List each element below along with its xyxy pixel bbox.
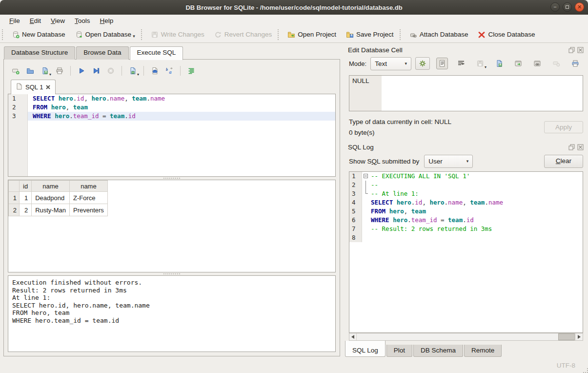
write-changes-button[interactable]: Write Changes bbox=[147, 29, 208, 41]
new-database-button[interactable]: New Database bbox=[8, 29, 69, 41]
close-panel-icon[interactable] bbox=[577, 46, 584, 54]
cell-value-editor[interactable]: NULL bbox=[349, 75, 583, 111]
print-small-button[interactable] bbox=[569, 58, 581, 69]
close-database-button[interactable]: Close Database bbox=[474, 29, 539, 41]
fold-margin[interactable] bbox=[362, 198, 370, 207]
editor-line[interactable]: 3WHERE hero.team_id = team.id bbox=[8, 112, 335, 121]
import-button[interactable]: ▾ bbox=[474, 58, 486, 69]
chevron-down-icon[interactable]: ▾ bbox=[49, 72, 51, 77]
open-project-button[interactable]: Open Project bbox=[284, 29, 340, 41]
dock-tab-sql-log[interactable]: SQL Log bbox=[345, 341, 385, 357]
scroll-left-icon[interactable] bbox=[349, 333, 357, 340]
sql-log-view[interactable]: 1-- EXECUTING ALL IN 'SQL 1'2--3-- At li… bbox=[349, 171, 583, 333]
save-results-button[interactable]: ▾ bbox=[127, 65, 139, 77]
cell-text-area[interactable] bbox=[382, 76, 583, 111]
table-cell[interactable]: Deadpond bbox=[32, 192, 70, 204]
float-panel-icon[interactable] bbox=[568, 46, 575, 54]
dock-tab-db-schema[interactable]: DB Schema bbox=[413, 345, 463, 357]
column-header[interactable]: id bbox=[20, 181, 32, 192]
maximize-button[interactable] bbox=[563, 2, 572, 12]
menu-tools[interactable]: Tools bbox=[70, 16, 95, 25]
table-cell[interactable]: Z-Force bbox=[69, 192, 107, 204]
apply-button[interactable]: Apply bbox=[544, 121, 583, 133]
sql-log-filter-select[interactable]: User ▾ bbox=[424, 155, 473, 168]
tab-database-structure[interactable]: Database Structure bbox=[4, 46, 75, 60]
fold-margin[interactable] bbox=[362, 225, 370, 233]
tab-execute-sql[interactable]: Execute SQL bbox=[130, 46, 183, 60]
execute-line-button[interactable] bbox=[90, 65, 102, 77]
mode-select[interactable]: Text ▾ bbox=[370, 57, 411, 70]
execute-button[interactable] bbox=[76, 65, 87, 77]
auto-apply-button[interactable] bbox=[415, 57, 430, 70]
dock-tab-plot[interactable]: Plot bbox=[386, 345, 412, 357]
encoding-indicator[interactable]: UTF-8 bbox=[557, 362, 575, 369]
chevron-down-icon[interactable]: ▾ bbox=[137, 72, 139, 77]
close-panel-icon[interactable] bbox=[577, 144, 584, 151]
row-number-header[interactable] bbox=[9, 181, 20, 192]
fold-margin[interactable] bbox=[362, 181, 370, 189]
open-window-button[interactable] bbox=[512, 58, 524, 69]
remove-button[interactable] bbox=[550, 58, 562, 69]
format-button[interactable] bbox=[185, 65, 197, 77]
link-window-button[interactable] bbox=[531, 58, 543, 69]
table-cell[interactable]: 2 bbox=[20, 204, 32, 216]
fold-margin[interactable] bbox=[362, 207, 370, 216]
toolbar-handle[interactable] bbox=[400, 29, 403, 40]
mode-text-button[interactable] bbox=[436, 58, 448, 69]
toolbar-handle[interactable] bbox=[141, 29, 144, 40]
fold-margin[interactable] bbox=[362, 172, 370, 181]
scrollbar-thumb[interactable] bbox=[558, 333, 575, 340]
chevron-down-icon[interactable]: ▾ bbox=[485, 65, 487, 69]
float-panel-icon[interactable] bbox=[568, 144, 575, 151]
sql-open-button[interactable] bbox=[24, 65, 36, 77]
menu-view[interactable]: View bbox=[46, 16, 69, 25]
resize-grip[interactable] bbox=[581, 366, 586, 371]
stop-button[interactable] bbox=[105, 65, 117, 77]
table-cell[interactable]: Rusty-Man bbox=[32, 204, 70, 216]
sql-tab[interactable]: SQL 1 bbox=[11, 80, 56, 94]
save-project-button[interactable]: Save Project bbox=[342, 29, 398, 41]
toolbar-handle[interactable] bbox=[278, 29, 281, 40]
editor-empty-area[interactable] bbox=[8, 121, 335, 176]
table-row[interactable]: 11DeadpondZ-Force bbox=[9, 192, 108, 204]
tab-new-button[interactable] bbox=[10, 65, 21, 77]
table-row[interactable]: 22Rusty-ManPreventers bbox=[9, 204, 108, 216]
column-header[interactable]: name bbox=[32, 181, 70, 192]
row-number-cell[interactable]: 1 bbox=[9, 192, 20, 204]
close-button[interactable]: ✕ bbox=[575, 2, 584, 12]
attach-database-button[interactable]: Attach Database bbox=[406, 29, 472, 41]
sql-editor[interactable]: 1SELECT hero.id, hero.name, team.name2FR… bbox=[8, 94, 336, 177]
menu-help[interactable]: Help bbox=[96, 16, 118, 25]
replace-button[interactable]: ba bbox=[163, 65, 175, 77]
scroll-right-icon[interactable] bbox=[575, 333, 583, 340]
dock-tab-remote[interactable]: Remote bbox=[464, 345, 502, 357]
sql-tab-close-icon[interactable] bbox=[46, 85, 50, 89]
sql-save-button[interactable]: ▾ bbox=[39, 65, 51, 77]
open-database-button[interactable]: Open Database▾ bbox=[71, 29, 139, 41]
print-button[interactable] bbox=[54, 65, 65, 77]
find-button[interactable] bbox=[149, 65, 161, 77]
table-cell[interactable]: Preventers bbox=[69, 204, 107, 216]
sql-log-hscrollbar[interactable] bbox=[349, 333, 583, 341]
clear-log-button[interactable]: Clear bbox=[544, 155, 583, 168]
editor-line[interactable]: 1SELECT hero.id, hero.name, team.name bbox=[8, 94, 335, 103]
fold-margin[interactable] bbox=[362, 216, 370, 225]
editor-line[interactable]: 2FROM hero, team bbox=[8, 103, 335, 112]
minimize-button[interactable]: − bbox=[550, 2, 560, 12]
fold-margin[interactable] bbox=[362, 233, 370, 242]
table-cell[interactable]: 1 bbox=[20, 192, 32, 204]
tab-browse-data[interactable]: Browse Data bbox=[76, 46, 128, 60]
column-header[interactable]: name bbox=[69, 181, 107, 192]
export-save-button[interactable] bbox=[493, 58, 505, 69]
chevron-down-icon[interactable]: ▾ bbox=[133, 34, 135, 39]
word-wrap-button[interactable] bbox=[455, 58, 467, 69]
toolbar-handle[interactable] bbox=[2, 29, 5, 40]
fold-margin[interactable] bbox=[362, 189, 370, 198]
menu-file[interactable]: File bbox=[5, 16, 24, 25]
row-number-cell[interactable]: 2 bbox=[9, 204, 20, 216]
execution-status[interactable]: Execution finished without errors.Result… bbox=[8, 275, 336, 352]
menu-edit[interactable]: Edit bbox=[25, 16, 45, 25]
revert-changes-button[interactable]: Revert Changes bbox=[210, 29, 276, 41]
titlebar[interactable]: DB Browser for SQLite - /home/user/code/… bbox=[0, 0, 588, 15]
fold-collapse-icon[interactable] bbox=[364, 174, 368, 178]
